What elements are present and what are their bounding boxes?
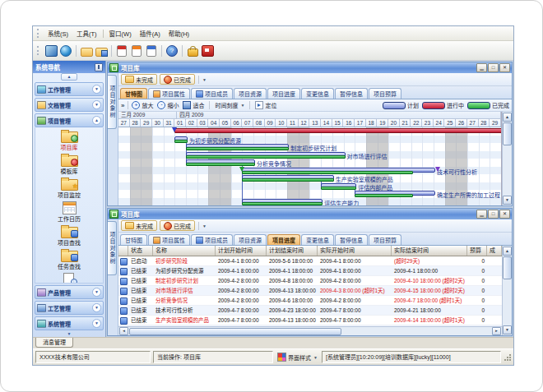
object-tree-tab[interactable]: 项目对象树: [108, 75, 117, 129]
dropdown-chevron-icon[interactable]: ▼: [202, 224, 207, 228]
scrollbar-thumb[interactable]: [503, 256, 512, 279]
sidebar-group-工艺管理[interactable]: 工艺管理▼: [35, 301, 104, 315]
table-horizontal-scrollbar[interactable]: ◄ ►: [118, 326, 502, 335]
menu-item-窗口(W)[interactable]: 窗口(W): [105, 27, 136, 39]
object-tree-tab[interactable]: 项目对象树: [108, 221, 117, 275]
filter-button-未完成[interactable]: 未完成: [121, 74, 157, 85]
chevron-down-icon[interactable]: ▼: [92, 303, 101, 312]
toolbar-button[interactable]: [58, 44, 73, 58]
tool-适合-button[interactable]: 适合: [183, 101, 204, 109]
gantt-window-titlebar[interactable]: 项目库 ▁ □ ✕: [108, 62, 512, 73]
scroll-right-icon[interactable]: ►: [492, 327, 501, 335]
scroll-down-icon[interactable]: ▼: [503, 196, 512, 205]
toolbar-grip-handle[interactable]: [37, 46, 41, 55]
tab-项目资源[interactable]: 项目资源: [234, 234, 267, 245]
tab-变更信息[interactable]: 变更信息: [301, 88, 334, 99]
sidebar-item-项目监控[interactable]: ★项目监控: [58, 178, 81, 199]
column-header-实际结束时间[interactable]: 实际结束时间: [392, 246, 467, 256]
tab-甘特图[interactable]: 甘特图: [120, 234, 147, 245]
tab-项目预算[interactable]: 项目预算: [369, 234, 401, 245]
toolbar-button[interactable]: [44, 44, 58, 58]
toolbar-button[interactable]: [79, 44, 94, 58]
toolbar-button[interactable]: [94, 44, 109, 58]
sidebar-group-系统管理[interactable]: 系统管理▼: [35, 316, 104, 330]
menu-item-插件(A)[interactable]: 插件(A): [136, 27, 165, 39]
tab-项目属性[interactable]: 项目属性: [148, 88, 190, 99]
scroll-left-icon[interactable]: ◄: [119, 327, 128, 335]
scrollbar-thumb[interactable]: [503, 122, 512, 145]
tab-项目进度[interactable]: 项目进度: [267, 234, 300, 245]
column-header-实际开始时间[interactable]: 实际开始时间: [318, 246, 392, 256]
minimize-button[interactable]: ▁: [476, 210, 487, 219]
scroll-down-icon[interactable]: ▼: [503, 325, 512, 334]
close-button[interactable]: ✕: [499, 210, 510, 219]
tab-暂停信息[interactable]: 暂停信息: [335, 88, 368, 99]
tab-项目预算[interactable]: 项目预算: [369, 88, 401, 99]
chevron-down-icon[interactable]: ▼: [92, 85, 101, 94]
table-row[interactable]: 已启动初步研究阶段2009-4-1 8:00:002009-5-6 18:00:…: [118, 256, 502, 266]
sidebar-item-任务查找[interactable]: 任务查找: [58, 249, 81, 270]
toolbar-overflow-chevron[interactable]: »: [121, 102, 124, 109]
dropdown-chevron-icon[interactable]: ▼: [202, 77, 207, 82]
menu-item-工具(T)[interactable]: 工具(T): [72, 27, 101, 39]
tool-放大-button[interactable]: +放大: [132, 101, 153, 109]
gantt-grid[interactable]: 为初步研究分配资源制定初步研究计划对市场进行评估分析竞争情况技术可行性分析生产实…: [118, 127, 501, 205]
table-vertical-scrollbar[interactable]: ▲ ▼: [502, 246, 512, 335]
column-header-计划结束时间[interactable]: 计划结束时间: [267, 246, 318, 256]
table-row[interactable]: 已结束为初步研究分配资源2009-4-1 8:00:002009-4-1 18:…: [118, 266, 502, 276]
sidebar-item-模板库[interactable]: 模板库: [60, 154, 78, 175]
gantt-bar-初步研究阶段[interactable]: [174, 128, 501, 133]
gantt-vertical-scrollbar[interactable]: ▲ ▼: [502, 112, 512, 205]
toolbar-button[interactable]: ?: [165, 44, 179, 58]
pushpin-icon[interactable]: [95, 63, 103, 71]
column-header-成[interactable]: 成: [487, 246, 502, 256]
minimize-button[interactable]: ▁: [476, 63, 487, 72]
chevron-down-icon[interactable]: ▼: [92, 319, 101, 328]
sidebar-group-项目管理[interactable]: 项目管理▲: [35, 113, 104, 127]
tab-项目属性[interactable]: 项目属性: [148, 234, 190, 245]
tool-定位-button[interactable]: 定位: [255, 101, 276, 109]
column-header-预算[interactable]: 预算: [467, 246, 487, 256]
maximize-button[interactable]: □: [488, 63, 499, 72]
menu-item-帮助(H)[interactable]: 帮助(H): [165, 27, 193, 39]
tool-时间刻度-button[interactable]: 时间刻度▼: [215, 101, 244, 109]
menubar-grip-handle[interactable]: [37, 29, 41, 38]
sidebar-more-chevron-icon[interactable]: ▼: [33, 330, 105, 337]
table-row[interactable]: 已结束对市场进行评估2009-4-2 8:00:002009-4-13 18:0…: [118, 286, 502, 296]
tool-缩小-button[interactable]: -缩小: [157, 101, 179, 109]
sidebar-item-项目库[interactable]: 项目库: [60, 130, 78, 151]
sidebar-item-项目查找[interactable]: 项目查找: [58, 225, 81, 247]
close-button[interactable]: ✕: [499, 63, 510, 72]
sidebar-collapse-button[interactable]: ▲: [33, 73, 105, 81]
table-window-titlebar[interactable]: 项目库 ▁ □ ✕: [108, 209, 512, 219]
scroll-up-icon[interactable]: ▲: [503, 247, 512, 256]
tab-项目成员[interactable]: 项目成员: [191, 234, 233, 245]
maximize-button[interactable]: □: [488, 210, 499, 219]
table-row[interactable]: 已结束技术可行性分析2009-4-7 8:00:002009-4-23 18:0…: [118, 306, 502, 316]
tab-甘特图[interactable]: 甘特图: [120, 88, 147, 99]
toolbar-button[interactable]: [129, 44, 144, 58]
tab-项目资源[interactable]: 项目资源: [234, 88, 267, 99]
ui-style-button[interactable]: 界面样式 ▼: [276, 353, 319, 362]
chevron-up-icon[interactable]: ▲: [92, 116, 101, 125]
tab-项目进度[interactable]: 项目进度: [267, 88, 300, 99]
toolbar-button[interactable]: [185, 44, 200, 58]
chevron-down-icon[interactable]: ▼: [92, 288, 101, 297]
sidebar-item-工作日历[interactable]: 工作日历: [58, 201, 81, 223]
toolbar-button[interactable]: [144, 44, 159, 58]
tab-项目成员[interactable]: 项目成员: [191, 88, 233, 99]
toolbar-button[interactable]: [200, 44, 215, 58]
column-header-计划开始时间[interactable]: 计划开始时间: [216, 246, 267, 256]
menu-item-系统(S)[interactable]: 系统(S): [44, 27, 72, 39]
table-row[interactable]: 已结束生产实验室规模的产品2009-4-7 8:00:002009-4-13 1…: [118, 316, 502, 325]
sidebar-group-工作管理[interactable]: 工作管理▼: [35, 82, 104, 96]
filter-button-已完成[interactable]: 已完成: [160, 74, 195, 85]
filter-button-未完成[interactable]: 未完成: [121, 220, 157, 231]
sidebar-group-文档管理[interactable]: 文档管理▼: [35, 98, 104, 112]
sidebar-item-项目文档查找[interactable]: 项目文档查找: [52, 273, 86, 284]
tab-暂停信息[interactable]: 暂停信息: [335, 234, 368, 245]
message-manager-tab[interactable]: 消息管理: [35, 338, 73, 348]
table-row[interactable]: 已结束分析竞争情况2009-4-2 8:00:002009-4-6 18:00:…: [118, 296, 502, 306]
table-row[interactable]: 已结束制定初步研究计划2009-4-2 8:00:002009-4-8 18:0…: [118, 276, 502, 286]
column-header-名称[interactable]: 名称: [153, 246, 216, 256]
